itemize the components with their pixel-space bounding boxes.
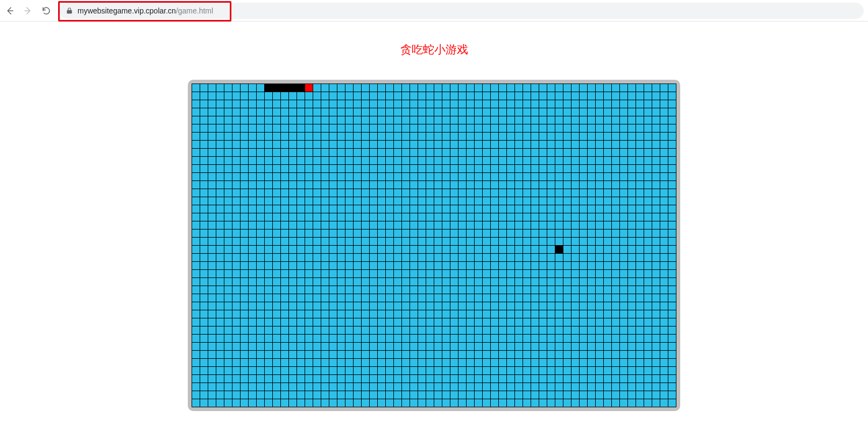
grid-cell (329, 286, 337, 294)
forward-button[interactable] (23, 5, 33, 16)
grid-cell (434, 359, 442, 366)
grid-cell (265, 294, 272, 302)
grid-cell (434, 367, 442, 374)
grid-cell (410, 318, 418, 326)
grid-cell (483, 399, 490, 407)
grid-cell (588, 197, 595, 205)
grid-cell (450, 310, 458, 318)
grid-cell (249, 157, 256, 164)
grid-cell (450, 335, 458, 342)
grid-cell (281, 310, 288, 318)
grid-cell (192, 278, 200, 286)
grid-cell (491, 141, 498, 148)
grid-cell (523, 335, 531, 342)
grid-cell (249, 141, 256, 148)
grid-cell (475, 286, 482, 294)
grid-cell (450, 359, 458, 366)
grid-cell (668, 157, 676, 164)
grid-cell (265, 286, 272, 294)
grid-cell (467, 100, 474, 108)
grid-cell (499, 133, 506, 140)
grid-cell (281, 270, 288, 277)
reload-button[interactable] (41, 5, 52, 16)
grid-cell (224, 335, 232, 342)
grid-cell (515, 254, 523, 261)
grid-cell (507, 351, 514, 358)
back-button[interactable] (4, 5, 15, 16)
grid-cell (289, 108, 297, 116)
grid-cell (636, 351, 644, 358)
grid-cell (644, 335, 652, 342)
grid-cell (402, 399, 410, 407)
grid-cell (362, 197, 369, 205)
grid-cell (644, 294, 652, 302)
grid-cell (499, 375, 506, 383)
grid-cell (289, 302, 297, 310)
grid-cell (475, 270, 482, 277)
grid-cell (224, 383, 232, 391)
grid-cell (200, 221, 208, 229)
grid-cell (620, 189, 627, 197)
grid-cell (345, 181, 353, 189)
grid-cell (354, 108, 361, 116)
grid-cell (491, 351, 498, 358)
grid-cell (434, 286, 442, 294)
grid-cell (410, 100, 418, 108)
grid-cell (563, 326, 571, 334)
grid-cell (483, 359, 490, 366)
grid-cell (289, 133, 297, 140)
grid-cell (523, 100, 531, 108)
grid-cell (644, 173, 652, 180)
grid-cell (636, 238, 644, 245)
grid-cell (200, 165, 208, 172)
grid-cell (192, 108, 200, 116)
grid-cell (620, 197, 627, 205)
grid-cell (523, 189, 531, 197)
grid-cell (588, 302, 595, 310)
grid-cell (555, 310, 563, 318)
grid-cell (273, 310, 280, 318)
grid-cell (216, 100, 224, 108)
grid-cell (499, 278, 506, 286)
grid-cell (224, 92, 232, 100)
grid-cell (652, 310, 660, 318)
grid-cell (531, 302, 539, 310)
grid-cell (216, 181, 224, 189)
grid-cell (434, 230, 442, 237)
grid-cell (402, 108, 410, 116)
grid-cell (370, 100, 377, 108)
grid-cell (507, 270, 514, 277)
grid-cell (257, 310, 264, 318)
grid-cell (354, 367, 361, 374)
grid-cell (660, 157, 668, 164)
grid-cell (563, 318, 571, 326)
grid-cell (458, 238, 466, 245)
grid-cell (434, 165, 442, 172)
grid-cell (402, 189, 410, 197)
grid-cell (450, 367, 458, 374)
grid-cell (539, 326, 547, 334)
grid-cell (321, 310, 329, 318)
grid-cell (337, 92, 345, 100)
grid-cell (337, 124, 345, 132)
grid-cell (370, 326, 377, 334)
grid-cell (458, 108, 466, 116)
grid-cell (313, 92, 321, 100)
grid-cell (354, 197, 361, 205)
grid-cell (402, 270, 410, 277)
grid-cell (273, 213, 280, 221)
grid-cell (224, 181, 232, 189)
grid-cell (475, 92, 482, 100)
grid-cell (491, 254, 498, 261)
grid-cell (297, 92, 305, 100)
game-board[interactable] (192, 84, 676, 407)
grid-cell (257, 197, 264, 205)
grid-cell (378, 262, 385, 269)
grid-cell (434, 335, 442, 342)
grid-cell (216, 116, 224, 124)
grid-cell (571, 326, 579, 334)
grid-cell (636, 197, 644, 205)
grid-cell (426, 181, 434, 189)
address-bar[interactable]: mywebsitegame.vip.cpolar.cn/game.html (59, 3, 864, 19)
grid-cell (378, 157, 385, 164)
